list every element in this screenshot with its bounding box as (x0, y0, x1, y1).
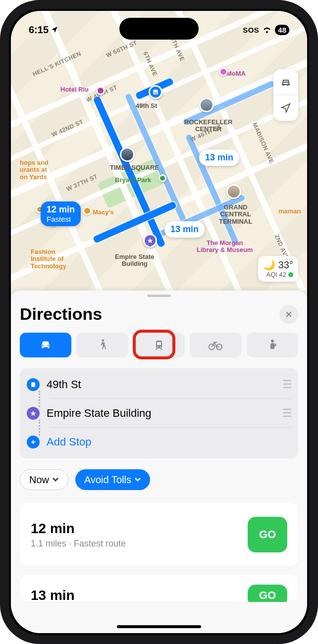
svg-rect-12 (31, 382, 35, 387)
mode-cycle-tab[interactable] (190, 333, 241, 357)
transit-icon (27, 378, 40, 391)
street-w37: W 37TH ST (65, 173, 99, 193)
svg-point-3 (287, 84, 288, 85)
panel-drag-handle[interactable] (147, 295, 171, 297)
svg-rect-0 (153, 90, 158, 94)
filter-row: Now Avoid Tolls (20, 469, 298, 490)
route-bubble-alt2[interactable]: 13 min (164, 221, 205, 238)
route-option-1[interactable]: 12 min 1.1 miles · Fastest route GO (20, 503, 298, 566)
poi-grand-central[interactable]: GRAND CENTRAL TERMINAL (219, 204, 252, 225)
map-controls (273, 69, 298, 121)
weather-temp: 33° (278, 259, 293, 270)
map-pin-start[interactable] (149, 85, 162, 99)
reorder-handle-icon[interactable]: ☰ (282, 407, 291, 420)
map-mode-button[interactable] (273, 69, 298, 95)
poi-macys[interactable]: Macy's (93, 209, 114, 216)
poi-dot-moma[interactable] (219, 67, 228, 76)
poi-dot-macys[interactable] (83, 206, 92, 215)
poi-morgan[interactable]: The Morgan Library & Museum (197, 240, 253, 254)
go-button-1[interactable]: GO (248, 517, 287, 552)
weather-widget[interactable]: 🌙 33° AQI 42 (258, 256, 298, 282)
poi-esb-label[interactable]: Empire State Building (115, 253, 154, 268)
poi-dot-bryant[interactable] (159, 174, 166, 182)
route-bubble-alt1[interactable]: 13 min (199, 149, 239, 166)
location-arrow-icon (51, 26, 58, 34)
svg-point-2 (283, 84, 284, 85)
poi-49th[interactable]: 49th St (136, 102, 157, 109)
svg-rect-6 (157, 342, 161, 345)
mode-drive-tab[interactable] (20, 333, 71, 357)
svg-point-8 (160, 347, 161, 347)
poi-hotel-riu[interactable]: Hotel Riu (60, 86, 89, 93)
poi-circle-grand-central[interactable] (226, 184, 241, 199)
route1-sub: 1.1 miles · Fastest route (31, 539, 126, 549)
chevron-down-icon (134, 477, 141, 482)
aqi-dot-icon (288, 272, 293, 277)
phone-frame: 6:15 SOS 48 (0, 0, 318, 644)
star-icon (27, 407, 40, 420)
stop-row-dest[interactable]: Empire State Building ☰ (27, 399, 291, 428)
stops-card: 49th St ☰ Empire State Building ☰ Add St… (20, 368, 298, 458)
route-primary-sub: Fastest (47, 215, 75, 223)
status-time: 6:15 (29, 24, 49, 36)
poi-hudson-yards[interactable]: hops and urants at on Yards (20, 159, 49, 181)
poi-fit[interactable]: Fashion Institute of Technology (31, 248, 66, 270)
route-bubble-primary[interactable]: 12 min Fastest (41, 201, 81, 226)
poi-circle-rockefeller[interactable] (199, 98, 214, 112)
avoid-tolls-pill[interactable]: Avoid Tolls (75, 469, 150, 490)
route1-time: 12 min (31, 521, 126, 537)
poi-dot-hotel-riu[interactable] (96, 86, 105, 95)
route-primary-time: 12 min (47, 204, 75, 214)
battery-indicator: 48 (275, 25, 289, 35)
poi-maman[interactable]: maman (278, 208, 301, 215)
mode-transit-tab[interactable] (133, 333, 185, 357)
poi-bryant-park[interactable]: Bryant Park (115, 177, 151, 184)
stop-start-label: 49th St (47, 378, 275, 391)
map-canvas[interactable]: HELL'S KITCHEN W 50TH ST W 49TH ST 6TH A… (11, 11, 307, 291)
route2-time: 13 min (31, 588, 75, 602)
locate-me-button[interactable] (273, 95, 298, 121)
avoid-tolls-label: Avoid Tolls (84, 474, 131, 486)
directions-panel[interactable]: Directions (11, 291, 307, 633)
poi-circle-times-square[interactable] (120, 147, 135, 162)
svg-rect-1 (154, 93, 157, 94)
stop-row-start[interactable]: 49th St ☰ (27, 370, 291, 399)
screen: 6:15 SOS 48 (11, 11, 307, 633)
street-madison: MADISON AVE (251, 122, 275, 165)
poi-moma[interactable]: MoMA (226, 70, 246, 77)
route-option-2[interactable]: 13 min GO (20, 575, 298, 602)
plus-icon (27, 436, 40, 448)
transport-mode-tabs (20, 333, 298, 357)
svg-point-7 (157, 347, 158, 347)
chevron-down-icon (52, 477, 59, 482)
poi-rockefeller[interactable]: ROCKEFELLER CENTER (184, 119, 233, 133)
wifi-icon (262, 26, 272, 34)
mode-walk-tab[interactable] (76, 333, 128, 357)
sos-indicator: SOS (243, 26, 259, 34)
add-stop-label: Add Stop (47, 436, 291, 448)
depart-time-pill[interactable]: Now (20, 469, 68, 490)
svg-point-11 (271, 340, 274, 343)
moon-icon: 🌙 (263, 259, 275, 270)
map-pin-destination[interactable] (143, 234, 157, 248)
poi-times-square[interactable]: TIMES SQUARE (110, 164, 159, 171)
reorder-handle-icon[interactable]: ☰ (282, 378, 291, 391)
weather-aqi: AQI 42 (266, 271, 286, 279)
mode-rideshare-tab[interactable] (247, 333, 298, 357)
close-button[interactable] (279, 305, 298, 324)
panel-title: Directions (20, 304, 102, 324)
svg-point-4 (102, 340, 104, 342)
home-indicator[interactable] (117, 625, 201, 628)
add-stop-row[interactable]: Add Stop (27, 428, 291, 456)
go-button-2[interactable]: GO (248, 585, 287, 602)
stop-dest-label: Empire State Building (47, 407, 275, 420)
dynamic-island (119, 18, 199, 40)
depart-time-label: Now (29, 474, 49, 486)
